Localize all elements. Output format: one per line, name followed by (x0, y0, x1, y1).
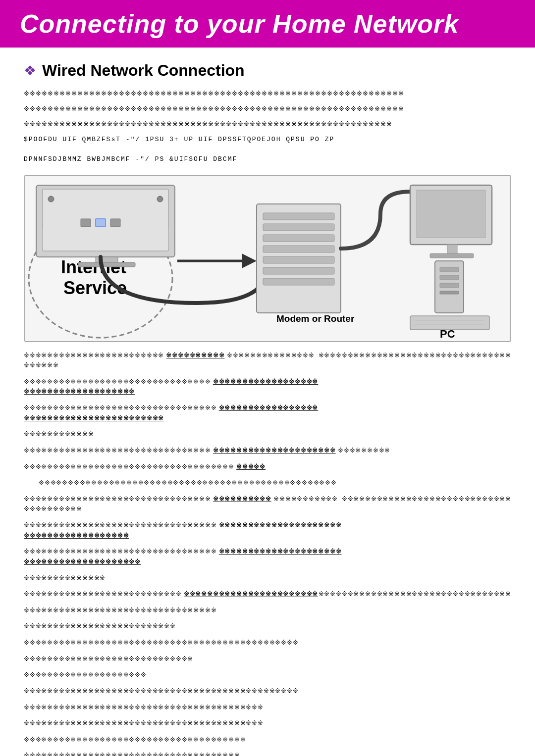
body-content: ※※※※※※※※※※※※※※※※※※※※※※※※ ※※※※※※※※※※ ※※※※… (24, 351, 511, 756)
para-4-left: ※※※※※※※※※※※※※※※※※※※※※※※※※※※ ※※※※※※※※※※※※… (24, 589, 319, 638)
para-3-right: ※※※※※※※※※※※※※※※※※※※※※※※※※※※※※ (342, 494, 511, 589)
body-line: ※※※※※※※※※※※※※※※※※※※※※※※※※※※※※※※※ ※※※※※※※… (24, 494, 342, 514)
svg-rect-32 (440, 275, 459, 280)
svg-rect-23 (263, 267, 334, 274)
body-line: ※※※※※※※※※※※※※※※※※※※※※※※※※※※※※※※※※※※※※※※※… (24, 638, 511, 648)
header-banner: Connecting to your Home Network (0, 0, 535, 48)
svg-rect-31 (440, 267, 459, 272)
svg-rect-6 (81, 219, 91, 227)
body-line: ※※※※※※※※※※※※※※※※※※※※※※※※※※※ ※※※※※※※※※※※※… (24, 589, 319, 600)
body-line: ※※※※※※※※※※※※※※※※※※※※※※※※※※ (24, 621, 319, 632)
svg-rect-27 (417, 190, 485, 238)
body-line: ※※※※※※※※※※※※※※※※※※※※※※※※※※※※※※※※※ (319, 589, 511, 600)
para-group-1: ※※※※※※※※※※※※※※※※※※※※※※※※ ※※※※※※※※※※ ※※※※… (24, 351, 511, 446)
para-group-2: ※※※※※※※※※※※※※※※※※※※※※※※※※※※※※※※※ ※※※※※※※… (24, 446, 511, 494)
body-line: ※※※※※※※※※※※※※※※※※※※※※※※※※※※※※※※※※※※※※※※※… (24, 686, 511, 697)
body-line: ※※※※※※※※※※※※※※※※※※※※※ (24, 670, 511, 680)
body-line: ※※※※※※※※※※※※※※※※※※※※※※※※※※※※※※※※ ※※※※※※※… (24, 446, 511, 456)
body-line: ※※※※※※※※※※※※※※※※※※※※※※※※※※※※※※※※※※※※※ (24, 751, 511, 756)
svg-rect-24 (263, 278, 334, 285)
svg-rect-34 (440, 291, 459, 294)
body-line: ※※※※※※※※※※※※※※※※※※※※※※※※※※※※※※※※※※※※※※※※… (39, 478, 511, 488)
body-line: ※※※※※※※※※※※※※※※※※※※※※※※※※※※※※※※※※ (24, 605, 319, 616)
section-title: Wired Network Connection (42, 61, 245, 80)
svg-text:PC: PC (440, 328, 455, 340)
svg-rect-20 (263, 235, 334, 242)
svg-text:Modem or Router: Modem or Router (276, 313, 355, 324)
svg-rect-12 (78, 262, 135, 267)
para-group-3: ※※※※※※※※※※※※※※※※※※※※※※※※※※※※※※※※ ※※※※※※※… (24, 494, 511, 589)
diagram-svg: Internet Service (24, 174, 511, 343)
svg-rect-22 (263, 256, 334, 263)
scrambled-intro-2: ※※※※※※※※※※※※※※※※※※※※※※※※※※※※※※※※※※※※※※※※… (24, 104, 511, 114)
body-line: ※※※※※※※※※※※※※※※※※※※※※※※※※※※※※※※※※ ※※※※※※… (24, 403, 319, 423)
body-line: ※※※※※※※※※※※※ (24, 429, 319, 440)
intro-mono-1: $POOFDU UIF QMBZFSsT -"/ 1PSU 3+ UP UIF … (24, 134, 511, 145)
diamond-icon: ❖ (24, 62, 36, 79)
body-line: ※※※※※※※※※※※※※※※※※※※※※※※※※※※※※ (342, 494, 511, 504)
para-group-4: ※※※※※※※※※※※※※※※※※※※※※※※※※※※ ※※※※※※※※※※※※… (24, 589, 511, 638)
para-4-right: ※※※※※※※※※※※※※※※※※※※※※※※※※※※※※※※※※ (319, 589, 511, 638)
body-line: ※※※※※※※※※※※※※※※※※※※※※※※※※※※※※※※※※※※※※※※※… (24, 703, 511, 713)
svg-rect-33 (440, 283, 459, 288)
para-1-left: ※※※※※※※※※※※※※※※※※※※※※※※※ ※※※※※※※※※※ ※※※※… (24, 351, 319, 446)
body-line: ※※※※※※※※※※※※※※※※※※※※※※※※※※※※※※※※※※※※※※ (24, 735, 511, 745)
para-3-left: ※※※※※※※※※※※※※※※※※※※※※※※※※※※※※※※※ ※※※※※※※… (24, 494, 342, 589)
para-2-left: ※※※※※※※※※※※※※※※※※※※※※※※※※※※※※※※※ ※※※※※※※… (24, 446, 511, 494)
body-line: ※※※※※※※※※※※※※※ (24, 573, 342, 584)
body-line: ※※※※※※※※※※※※※※※※※※※※※※※※※※※※※※※※※ ※※※※※※… (24, 520, 342, 541)
scrambled-intro-1: ※※※※※※※※※※※※※※※※※※※※※※※※※※※※※※※※※※※※※※※※… (24, 89, 511, 99)
body-line: ※※※※※※※※※※※※※※※※※※※※※※※※※※※※※※※※※ (319, 351, 511, 361)
svg-rect-28 (447, 245, 457, 253)
svg-rect-7 (96, 219, 106, 227)
svg-point-9 (48, 196, 54, 202)
svg-rect-18 (263, 213, 334, 220)
section-heading: ❖ Wired Network Connection (24, 61, 511, 80)
body-line: ※※※※※※※※※※※※※※※※※※※※※※※※※※※※※※※※※※※※※※※※… (24, 718, 511, 729)
body-line: ※※※※※※※※※※※※※※※※※※※※※※※※※※※※※※※※ ※※※※※※※… (24, 377, 319, 397)
svg-point-10 (157, 196, 163, 202)
body-line: ※※※※※※※※※※※※※※※※※※※※※※※※ ※※※※※※※※※※ ※※※※… (24, 351, 319, 371)
svg-rect-29 (430, 253, 474, 258)
para-1-right: ※※※※※※※※※※※※※※※※※※※※※※※※※※※※※※※※※ (319, 351, 511, 446)
intro-mono-2: DPNNFSDJBMMZ BWBJMBCMF -"/ PS &UIFSOFU D… (24, 154, 511, 165)
para-group-6: ※※※※※※※※※※※※※※※※※※※※※※※※※※※※※※※※※※※※※※※※… (24, 686, 511, 756)
body-line: ※※※※※※※※※※※※※※※※※※※※※※※※※※※※※※※※※※※※ ※※※… (24, 462, 511, 472)
network-diagram: Internet Service (24, 174, 511, 343)
para-group-5: ※※※※※※※※※※※※※※※※※※※※※※※※※※※※※※※※※※※※※※※※… (24, 638, 511, 680)
page-title: Connecting to your Home Network (20, 9, 515, 39)
scrambled-intro-3: ※※※※※※※※※※※※※※※※※※※※※※※※※※※※※※※※※※※※※※※※… (24, 119, 511, 130)
body-line: ※※※※※※※※※※※※※※※※※※※※※※※※※※※※※※※※※ ※※※※※※… (24, 547, 342, 567)
svg-rect-19 (263, 224, 334, 231)
svg-rect-8 (110, 219, 120, 227)
body-line: ※※※※※※※※※※※※※※※※※※※※※※※※※※※※※ (24, 654, 511, 664)
main-content: ❖ Wired Network Connection ※※※※※※※※※※※※※… (0, 48, 535, 756)
svg-rect-21 (263, 246, 334, 252)
